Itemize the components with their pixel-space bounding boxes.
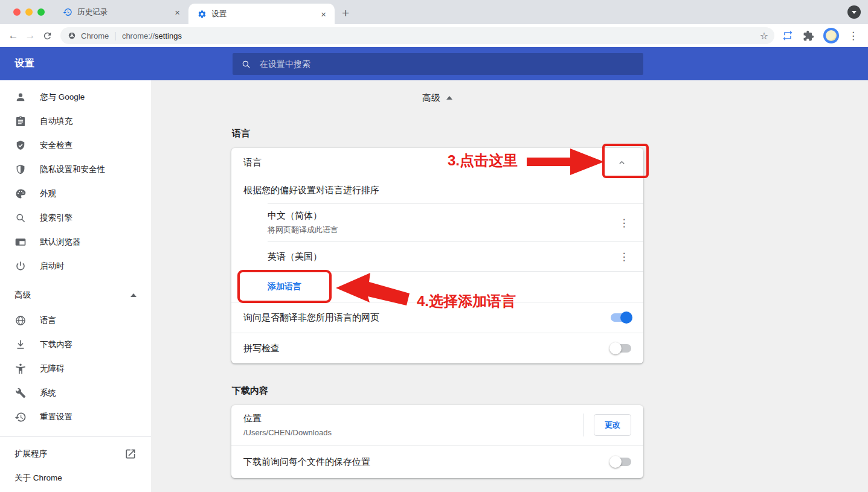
settings-gear-icon [197,9,207,19]
sidebar-item-appearance[interactable]: 外观 [0,182,151,206]
settings-page: 您与 Google 自动填充 安全检查 隐私设置和安全性 外观 搜索引擎 [0,80,868,492]
tab-settings[interactable]: 设置 × [188,4,335,24]
language-section-title: 语言 [232,128,643,139]
shield-check-icon [14,139,27,152]
zoom-window-button[interactable] [37,8,45,16]
language-card-header[interactable]: 语言 [231,148,643,177]
tab-history[interactable]: 历史记录 × [54,0,188,24]
address-bar[interactable]: Chrome | chrome://settings ☆ [60,27,774,44]
palette-icon [14,188,27,200]
sidebar-item-languages[interactable]: 语言 [0,308,151,333]
language-name: 英语（美国） [268,251,617,263]
browser-window-icon [14,236,27,248]
location-label: 位置 [243,413,576,424]
forward-button[interactable]: → [22,27,39,44]
history-icon [63,7,72,17]
extensions-puzzle-icon[interactable] [803,30,814,42]
language-order-hint: 根据您的偏好设置对语言进行排序 [231,177,643,203]
sidebar-item-privacy[interactable]: 隐私设置和安全性 [0,158,151,182]
tab-close-icon[interactable]: × [318,8,329,20]
restore-icon [14,411,27,423]
location-path: /Users/CHEN/Downloads [243,428,576,437]
page-title: 设置 [14,57,35,70]
offer-translate-toggle[interactable] [611,313,631,322]
spellcheck-row: 拼写检查 [231,333,643,363]
language-card: 语言 根据您的偏好设置对语言进行排序 中文（简体） 将网页翻译成此语言 [231,148,643,363]
sidebar-item-accessibility[interactable]: 无障碍 [0,357,151,381]
chrome-logo-icon [68,31,76,40]
ask-where-toggle[interactable] [611,458,631,466]
tab-close-icon[interactable]: × [172,7,182,18]
toggle-knob [609,342,622,354]
language-row-english: 英语（美国） ⋮ [231,242,643,271]
sidebar-item-autofill[interactable]: 自动填充 [0,109,151,133]
back-button[interactable]: ← [5,27,22,44]
accessibility-icon [14,363,27,375]
person-icon [14,91,27,103]
tab-title: 设置 [211,9,313,19]
sidebar-item-safety-check[interactable]: 安全检查 [0,133,151,158]
downloads-card: 位置 /Users/CHEN/Downloads 更改 下载前询问每个文件的保存… [231,405,643,478]
annotation-text-step4: 4.选择添加语言 [417,292,516,311]
language-desc: 将网页翻译成此语言 [268,225,617,235]
spellcheck-toggle[interactable] [611,344,631,353]
globe-icon [14,315,27,327]
url-scheme: chrome:// [122,31,155,40]
repeat-extension-icon[interactable] [782,30,794,42]
sidebar-item-default-browser[interactable]: 默认浏览器 [0,230,151,254]
sidebar-advanced-toggle[interactable]: 高级 [0,282,151,308]
settings-sidebar: 您与 Google 自动填充 安全检查 隐私设置和安全性 外观 搜索引擎 [0,80,151,492]
chevron-up-icon [446,96,452,100]
sidebar-item-about-chrome[interactable]: 关于 Chrome [0,466,151,490]
download-icon [14,339,27,351]
language-menu-button[interactable]: ⋮ [617,251,631,263]
chevron-up-icon [130,293,137,297]
wrench-icon [14,387,27,399]
downloads-section-title: 下载内容 [232,385,643,397]
sidebar-divider [0,436,151,437]
sidebar-item-extensions[interactable]: 扩展程序 [0,442,151,466]
sidebar-item-system[interactable]: 系统 [0,381,151,405]
avatar-photo [826,30,837,41]
clipboard-icon [14,115,27,127]
settings-search-input[interactable] [259,59,561,69]
download-location-row: 位置 /Users/CHEN/Downloads 更改 [231,405,643,445]
ask-where-row: 下载前询问每个文件的保存位置 [231,446,643,478]
new-tab-button[interactable]: + [342,7,349,19]
sidebar-item-downloads[interactable]: 下载内容 [0,333,151,357]
language-name: 中文（简体） [268,210,617,222]
minimize-window-button[interactable] [25,8,33,16]
search-icon [241,59,251,69]
magnifier-icon [14,212,27,224]
language-row-chinese: 中文（简体） 将网页翻译成此语言 ⋮ [231,204,643,241]
sidebar-item-reset[interactable]: 重置设置 [0,405,151,429]
annotation-box-step4 [237,270,332,303]
sidebar-item-on-startup[interactable]: 启动时 [0,254,151,278]
profile-avatar[interactable] [823,28,839,43]
language-menu-button[interactable]: ⋮ [617,217,631,229]
browser-toolbar: ← → Chrome | chrome://settings ☆ ⋮ [0,24,868,47]
toolbar-actions: ⋮ [779,28,863,43]
change-location-button[interactable]: 更改 [594,414,631,436]
shield-half-icon [14,164,27,176]
settings-search-box[interactable] [233,53,643,75]
advanced-collapse-button[interactable]: 高级 [231,89,643,106]
power-icon [14,260,27,272]
sidebar-item-people[interactable]: 您与 Google [0,85,151,109]
tab-search-button[interactable] [847,5,861,19]
macos-traffic-lights [0,0,54,24]
annotation-box-step3 [602,144,649,178]
reload-button[interactable] [39,27,56,44]
tab-strip: 历史记录 × 设置 × + [0,0,868,24]
url-page: settings [155,31,182,40]
close-window-button[interactable] [13,8,21,16]
url-separator: | [114,31,117,40]
toggle-knob [620,311,632,324]
sidebar-item-search-engine[interactable]: 搜索引擎 [0,206,151,230]
tab-title: 历史记录 [77,7,167,18]
bookmark-star-icon[interactable]: ☆ [760,30,768,42]
open-in-new-icon [124,448,137,460]
vertical-divider [583,414,584,436]
browser-menu-button[interactable]: ⋮ [848,31,858,41]
site-name: Chrome [81,31,109,40]
